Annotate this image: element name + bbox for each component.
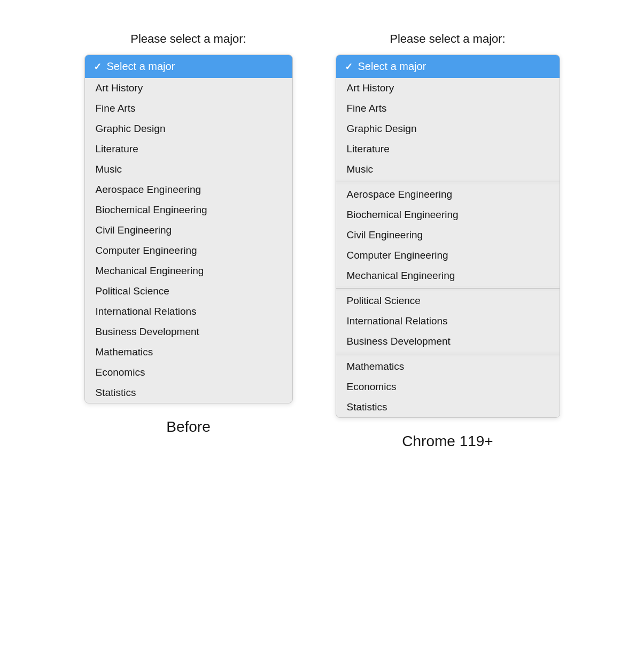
after-select-label: Please select a major:: [390, 32, 505, 46]
list-item[interactable]: Political Science: [85, 281, 292, 301]
after-label: Chrome 119+: [402, 433, 493, 450]
list-item[interactable]: Aerospace Engineering: [336, 184, 560, 205]
before-checkmark: ✓: [94, 61, 102, 73]
list-item[interactable]: Economics: [336, 377, 560, 397]
before-select-label: Please select a major:: [130, 32, 246, 46]
list-item[interactable]: Fine Arts: [85, 98, 292, 119]
list-item[interactable]: Business Development: [336, 331, 560, 352]
list-item[interactable]: Music: [85, 159, 292, 180]
group-separator: [336, 182, 560, 182]
list-item[interactable]: Civil Engineering: [85, 220, 292, 240]
after-checkmark: ✓: [345, 61, 353, 73]
list-item[interactable]: Biochemical Engineering: [336, 205, 560, 225]
list-item[interactable]: Biochemical Engineering: [85, 200, 292, 220]
list-item[interactable]: Business Development: [85, 322, 292, 342]
list-item[interactable]: Mechanical Engineering: [336, 266, 560, 286]
list-item[interactable]: Literature: [85, 139, 292, 159]
before-column: Please select a major: ✓ Select a major …: [84, 32, 293, 436]
list-item[interactable]: Aerospace Engineering: [85, 180, 292, 200]
list-item[interactable]: Graphic Design: [336, 119, 560, 139]
list-item[interactable]: Computer Engineering: [85, 240, 292, 261]
before-selected-item[interactable]: ✓ Select a major: [85, 55, 292, 78]
list-item[interactable]: Art History: [336, 78, 560, 98]
list-item[interactable]: Mechanical Engineering: [85, 261, 292, 281]
list-item[interactable]: Statistics: [336, 397, 560, 417]
before-dropdown[interactable]: ✓ Select a major Art HistoryFine ArtsGra…: [84, 55, 293, 403]
list-item[interactable]: International Relations: [336, 311, 560, 331]
after-selected-text: Select a major: [358, 60, 426, 73]
list-item[interactable]: Economics: [85, 362, 292, 383]
after-dropdown[interactable]: ✓ Select a major Art HistoryFine ArtsGra…: [336, 55, 560, 418]
list-item[interactable]: Statistics: [85, 383, 292, 403]
list-item[interactable]: Music: [336, 159, 560, 180]
list-item[interactable]: International Relations: [85, 301, 292, 322]
after-column: Please select a major: ✓ Select a major …: [336, 32, 560, 450]
list-item[interactable]: Fine Arts: [336, 98, 560, 119]
list-item[interactable]: Mathematics: [85, 342, 292, 362]
list-item[interactable]: Civil Engineering: [336, 225, 560, 245]
before-selected-text: Select a major: [107, 60, 175, 73]
group-separator: [336, 288, 560, 289]
page-container: Please select a major: ✓ Select a major …: [11, 21, 633, 450]
list-item[interactable]: Literature: [336, 139, 560, 159]
list-item[interactable]: Computer Engineering: [336, 245, 560, 266]
list-item[interactable]: Mathematics: [336, 356, 560, 377]
group-separator: [336, 354, 560, 354]
before-label: Before: [166, 418, 211, 436]
after-selected-item[interactable]: ✓ Select a major: [336, 55, 560, 78]
list-item[interactable]: Graphic Design: [85, 119, 292, 139]
list-item[interactable]: Political Science: [336, 291, 560, 311]
list-item[interactable]: Art History: [85, 78, 292, 98]
